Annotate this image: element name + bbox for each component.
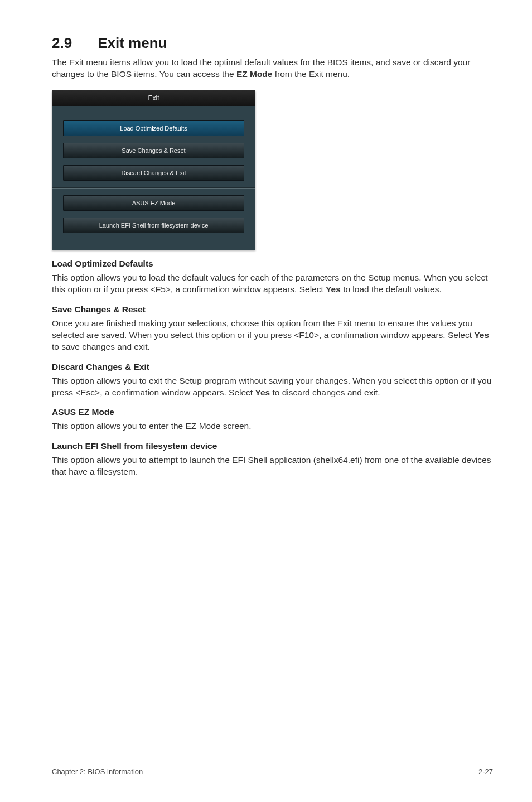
save-text-a: Once you are finished making your select…	[52, 318, 474, 340]
discard-changes-heading: Discard Changes & Exit	[52, 362, 493, 372]
load-optimized-paragraph: This option allows you to load the defau…	[52, 272, 493, 296]
ez-mode-heading: ASUS EZ Mode	[52, 407, 493, 417]
section-number: 2.9	[52, 35, 72, 52]
bios-save-changes-button[interactable]: Save Changes & Reset	[63, 143, 244, 158]
footer-left: Chapter 2: BIOS information	[52, 767, 143, 776]
intro-bold-ezmode: EZ Mode	[236, 69, 273, 79]
save-changes-paragraph: Once you are finished making your select…	[52, 317, 493, 353]
launch-efi-heading: Launch EFI Shell from filesystem device	[52, 441, 493, 451]
save-changes-heading: Save Changes & Reset	[52, 305, 493, 315]
section-heading: 2.9Exit menu	[52, 35, 493, 52]
load-text-c: to load the default values.	[341, 284, 442, 294]
bios-ez-mode-button[interactable]: ASUS EZ Mode	[63, 195, 244, 211]
load-text-yes: Yes	[326, 284, 341, 294]
section-title: Exit menu	[98, 35, 167, 51]
page-footer: Chapter 2: BIOS information 2-27	[52, 764, 493, 776]
bios-body: Load Optimized Defaults Save Changes & R…	[52, 106, 255, 250]
bios-discard-changes-button[interactable]: Discard Changes & Exit	[63, 165, 244, 181]
launch-efi-paragraph: This option allows you to attempt to lau…	[52, 454, 493, 478]
bios-load-optimized-button[interactable]: Load Optimized Defaults	[63, 120, 244, 136]
ez-mode-paragraph: This option allows you to enter the EZ M…	[52, 420, 493, 432]
load-optimized-heading: Load Optimized Defaults	[52, 259, 493, 269]
intro-text-c: from the Exit menu.	[272, 69, 350, 79]
bios-titlebar: Exit	[52, 90, 255, 106]
save-text-yes: Yes	[474, 330, 489, 340]
bios-launch-efi-button[interactable]: Launch EFI Shell from filesystem device	[63, 218, 244, 233]
intro-paragraph: The Exit menu items allow you to load th…	[52, 56, 493, 80]
discard-changes-paragraph: This option allows you to exit the Setup…	[52, 375, 493, 399]
footer-right: 2-27	[478, 767, 493, 776]
discard-text-yes: Yes	[255, 388, 270, 397]
save-text-c: to save changes and exit.	[52, 342, 150, 351]
bios-exit-panel: Exit Load Optimized Defaults Save Change…	[52, 90, 255, 250]
bios-separator	[52, 187, 255, 189]
discard-text-c: to discard changes and exit.	[270, 388, 380, 397]
